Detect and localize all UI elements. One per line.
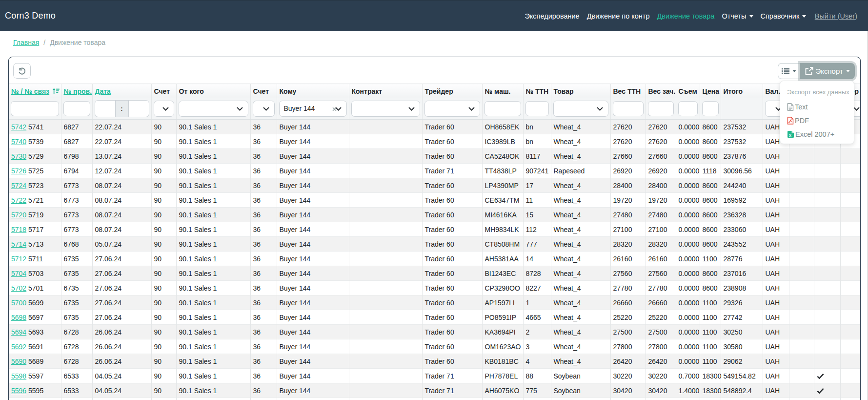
svg-text:x: x: [789, 133, 791, 138]
